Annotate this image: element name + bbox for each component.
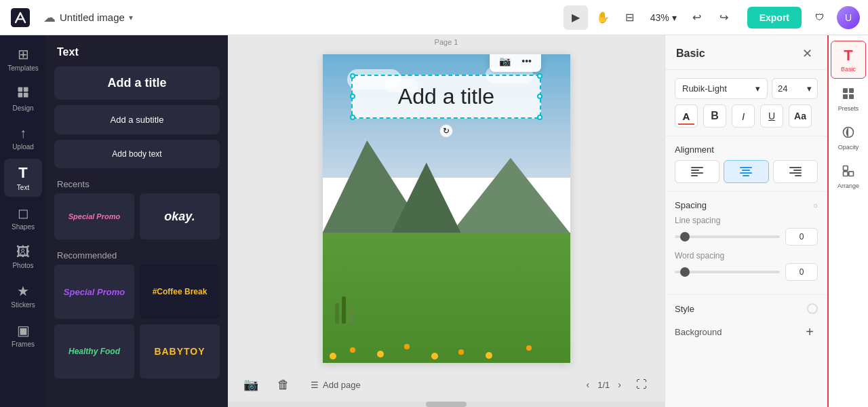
sidebar-label-photos: Photos: [12, 262, 33, 269]
basic-icon: T: [844, 47, 852, 64]
opacity-label: Opacity: [838, 144, 859, 151]
alignment-row: [675, 160, 818, 183]
hand-tool-btn[interactable]: ✋: [591, 5, 615, 30]
photos-icon: 🖼: [16, 244, 30, 260]
alignment-section: Alignment: [665, 136, 827, 192]
handle-tr[interactable]: [537, 73, 542, 79]
canvas-trash-btn[interactable]: 🗑: [271, 372, 296, 397]
handle-mr[interactable]: [537, 94, 542, 99]
sidebar-item-frames[interactable]: ▣ Frames: [4, 317, 42, 353]
rec-item-coffee-break[interactable]: #Coffee Break: [140, 265, 220, 319]
font-size-select[interactable]: 24 ▾: [772, 78, 818, 99]
word-spacing-slider[interactable]: [675, 271, 780, 273]
frame-tool-btn[interactable]: ⊟: [618, 5, 642, 30]
svg-rect-9: [740, 167, 752, 168]
sidebar-item-shapes[interactable]: ◻ Shapes: [4, 199, 42, 236]
line-spacing-slider[interactable]: [675, 235, 780, 238]
rec-item-special-promo2[interactable]: Special Promo: [54, 265, 134, 319]
okay-text: okay.: [164, 210, 195, 224]
background-row: Background +: [675, 319, 818, 344]
design-icon: [16, 85, 30, 102]
svg-rect-23: [849, 172, 854, 176]
zoom-btn[interactable]: 43% ▾: [645, 5, 682, 30]
sidebar-item-text[interactable]: T Text: [4, 159, 42, 197]
canvas-scrollbar[interactable]: [228, 402, 665, 407]
fullscreen-btn[interactable]: ⛶: [629, 372, 654, 397]
canvas-cam-btn[interactable]: 📷: [239, 372, 263, 397]
redo-btn[interactable]: ↪: [712, 5, 736, 30]
recent-item-okay[interactable]: okay.: [140, 193, 220, 239]
doc-title[interactable]: Untitled image: [60, 12, 125, 23]
handle-tl[interactable]: [350, 73, 355, 79]
recents-section-title: Recents: [46, 174, 228, 193]
rec-item-babytoy[interactable]: BABYTOY: [140, 324, 220, 379]
line-spacing-value[interactable]: 0: [785, 228, 818, 246]
svg-rect-13: [789, 167, 802, 168]
style-section: Style Background +: [665, 295, 827, 352]
font-select[interactable]: Rubik-Light ▾: [675, 78, 768, 99]
page-next-btn[interactable]: ›: [615, 376, 624, 393]
user-avatar[interactable]: U: [837, 6, 860, 29]
canvas-camera-btn[interactable]: 📷: [495, 54, 515, 69]
add-page-btn[interactable]: ☰ Add page: [304, 376, 368, 394]
recommended-grid: Special Promo #Coffee Break Healthy Food…: [46, 265, 228, 384]
canvas-more-btn[interactable]: •••: [517, 54, 536, 69]
recent-item-special-promo[interactable]: Special Promo: [54, 193, 134, 239]
shield-btn[interactable]: 🛡: [807, 5, 831, 30]
align-right-btn[interactable]: [773, 160, 818, 183]
style-title: Style: [675, 304, 694, 314]
word-spacing-label: Word spacing: [675, 251, 818, 260]
scroll-thumb[interactable]: [426, 402, 467, 407]
canvas-wrapper[interactable]: 📷 ••• Add a title ↻: [228, 49, 665, 368]
italic-btn[interactable]: I: [732, 104, 755, 128]
right-icon-presets[interactable]: Presets: [831, 81, 866, 117]
title-overlay[interactable]: 📷 ••• Add a title ↻: [351, 75, 541, 119]
text-color-btn[interactable]: A: [675, 104, 698, 128]
sidebar-item-stickers[interactable]: ★ Stickers: [4, 277, 42, 314]
align-center-btn[interactable]: [724, 160, 768, 183]
sidebar-label-stickers: Stickers: [11, 301, 35, 309]
handle-br[interactable]: [537, 115, 542, 120]
select-tool-btn[interactable]: ▶: [564, 5, 588, 30]
page-prev-btn[interactable]: ‹: [584, 376, 593, 393]
canvas[interactable]: 📷 ••• Add a title ↻: [323, 54, 570, 363]
undo-btn[interactable]: ↩: [685, 5, 709, 30]
presets-icon: [842, 87, 855, 104]
font-section: Rubik-Light ▾ 24 ▾ A B I U Aa: [665, 70, 827, 136]
text-case-btn[interactable]: Aa: [789, 104, 812, 128]
rotate-handle[interactable]: ↻: [439, 124, 453, 138]
app-logo[interactable]: [8, 5, 33, 30]
svg-rect-17: [843, 88, 848, 93]
background-add-btn[interactable]: +: [802, 324, 818, 340]
svg-rect-6: [691, 170, 699, 171]
add-subtitle-btn[interactable]: Add a subtitle: [54, 105, 220, 134]
canvas-title-text[interactable]: Add a title: [398, 84, 494, 109]
export-button[interactable]: Export: [747, 7, 802, 28]
bold-btn[interactable]: B: [703, 104, 726, 128]
sidebar-item-upload[interactable]: ↑ Upload: [4, 120, 42, 156]
right-icon-basic[interactable]: T Basic: [831, 41, 866, 79]
right-icon-arrange[interactable]: Arrange: [831, 159, 866, 195]
handle-ml[interactable]: [350, 94, 355, 99]
line-spacing-row: Line spacing 0: [675, 216, 818, 246]
arrange-label: Arrange: [837, 182, 859, 189]
sidebar-item-photos[interactable]: 🖼 Photos: [4, 239, 42, 275]
topbar: ☁ Untitled image ▾ ▶ ✋ ⊟ 43% ▾ ↩ ↪ Expor…: [0, 0, 868, 35]
rec-item-healthy-food[interactable]: Healthy Food: [54, 324, 134, 379]
right-icon-opacity[interactable]: Opacity: [831, 120, 866, 156]
sidebar-label-text: Text: [17, 184, 29, 191]
add-title-btn[interactable]: Add a title: [54, 66, 220, 100]
handle-bl[interactable]: [350, 115, 355, 120]
line-spacing-thumb[interactable]: [680, 232, 690, 241]
add-body-btn[interactable]: Add body text: [54, 140, 220, 168]
page-label: Page 1: [228, 35, 665, 49]
word-spacing-thumb[interactable]: [680, 267, 690, 277]
sidebar-item-templates[interactable]: ⊞ Templates: [4, 41, 42, 77]
title-selection-box[interactable]: Add a title: [351, 75, 541, 119]
word-spacing-value[interactable]: 0: [785, 263, 818, 281]
right-panel-close-btn[interactable]: ✕: [798, 45, 816, 62]
underline-btn[interactable]: U: [760, 104, 783, 128]
doc-title-chevron[interactable]: ▾: [129, 13, 133, 22]
align-left-btn[interactable]: [675, 160, 719, 183]
sidebar-item-design[interactable]: Design: [4, 80, 42, 117]
